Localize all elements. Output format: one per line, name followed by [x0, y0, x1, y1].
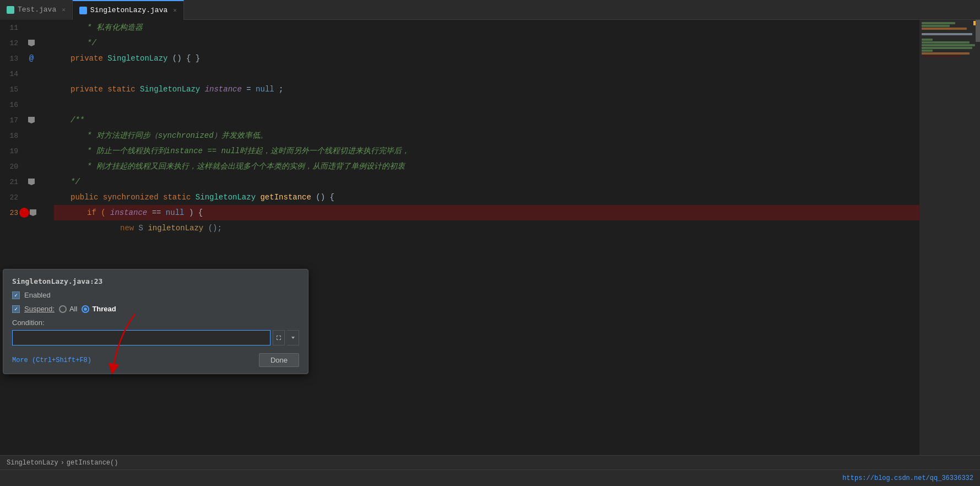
gutter-line-12: 12 — [0, 35, 50, 51]
condition-row — [12, 330, 299, 345]
breakpoint-dot-23[interactable] — [19, 208, 29, 218]
gutter-line-20: 20 — [0, 159, 50, 174]
code-line-12: */ — [54, 35, 919, 51]
bookmark-17 — [28, 117, 35, 123]
radio-thread[interactable]: Thread — [82, 305, 116, 313]
bookmark-23 — [30, 209, 36, 216]
tab-test-icon — [7, 6, 14, 14]
kw-private-13: private — [71, 54, 107, 63]
line-num-19: 19 — [0, 147, 25, 155]
breadcrumb-sep: › — [61, 459, 64, 467]
line-num-18: 18 — [0, 132, 25, 140]
radio-all[interactable]: All — [59, 305, 77, 313]
condition-expand-button[interactable] — [273, 330, 285, 345]
code-panel: 11 12 13 @ 14 — [0, 20, 980, 469]
radio-all-label: All — [69, 305, 77, 313]
radio-all-circle — [59, 305, 67, 313]
line-gutter: 11 12 13 @ 14 — [0, 20, 50, 469]
breadcrumb-getinstance: getInstance() — [67, 459, 118, 467]
at-marker-13: @ — [29, 55, 34, 62]
enabled-label: Enabled — [24, 291, 51, 299]
bookmark-12 — [28, 40, 35, 46]
tab-bar: Test.java ✕ SingletonLazy.java ✕ — [0, 0, 980, 20]
gutter-line-24 — [0, 220, 50, 236]
code-line-11: * 私有化构造器 — [54, 20, 919, 35]
code-line-23: if ( instance == null ) { — [54, 205, 919, 220]
suspend-checkbox[interactable] — [12, 305, 20, 313]
cn-singleton-13: SingletonLazy — [107, 54, 167, 63]
line-num-22: 22 — [0, 193, 25, 202]
gutter-icons-21 — [25, 179, 38, 185]
code-line-13: private SingletonLazy () { } — [54, 51, 919, 66]
minimap-content — [919, 20, 980, 60]
bookmark-21 — [28, 179, 35, 185]
line-num-14: 14 — [0, 70, 25, 78]
line-num-13: 13 — [0, 55, 25, 63]
code-line-after: new S ingletonLazy (); — [54, 220, 919, 236]
gutter-icons-23 — [25, 209, 38, 216]
minimap — [919, 20, 980, 469]
line-num-16: 16 — [0, 101, 25, 109]
condition-dropdown-button[interactable] — [287, 330, 299, 345]
condition-input[interactable] — [12, 330, 270, 345]
tab-singleton-icon — [79, 7, 87, 14]
gutter-line-14: 14 — [0, 66, 50, 82]
line-num-15: 15 — [0, 85, 25, 94]
expand-icon — [275, 334, 282, 341]
gutter-line-23: 23 — [0, 205, 50, 220]
gutter-line-15: 15 — [0, 82, 50, 97]
breadcrumb-bar: SingletonLazy › getInstance() — [0, 455, 980, 469]
gutter-line-16: 16 — [0, 97, 50, 112]
tab-test-java[interactable]: Test.java ✕ — [0, 0, 73, 20]
line-num-17: 17 — [0, 116, 25, 125]
popup-enabled-row: Enabled — [12, 291, 299, 299]
more-link[interactable]: More (Ctrl+Shift+F8) — [12, 357, 91, 364]
gutter-line-18: 18 — [0, 128, 50, 143]
scrollbar-thumb[interactable] — [976, 20, 980, 42]
breadcrumb-singleton: SingletonLazy — [7, 459, 58, 467]
tab-test-label: Test.java — [18, 6, 56, 14]
code-line-18: * 对方法进行同步（synchronized）并发效率低。 — [54, 128, 919, 143]
code-line-19: * 防止一个线程执行到instance == null时挂起，这时而另外一个线程… — [54, 143, 919, 159]
popup-title: SingletonLazy.java:23 — [12, 277, 299, 285]
tab-singleton-java[interactable]: SingletonLazy.java ✕ — [73, 0, 184, 20]
popup-suspend-row: Suspend: All Thread — [12, 305, 299, 313]
code-line-22: public synchronized static SingletonLazy… — [54, 190, 919, 205]
code-line-14 — [54, 66, 919, 82]
tab-singleton-label: SingletonLazy.java — [90, 6, 167, 14]
radio-thread-circle — [82, 305, 89, 313]
radio-group: All Thread — [59, 305, 116, 313]
code-text-12: */ — [87, 39, 96, 47]
gutter-line-17: 17 — [0, 112, 50, 128]
code-line-16 — [54, 97, 919, 112]
gutter-icons-17 — [25, 117, 38, 123]
code-line-21: */ — [54, 174, 919, 190]
code-text-11: * 私有化构造器 — [87, 23, 143, 32]
gutter-line-13: 13 @ — [0, 51, 50, 66]
line-num-21: 21 — [0, 178, 25, 186]
minimap-scrollbar[interactable] — [976, 20, 980, 469]
gutter-line-11: 11 — [0, 20, 50, 35]
gutter-icons-13: @ — [25, 55, 38, 62]
dropdown-icon — [290, 335, 296, 341]
plain-13: () { } — [172, 54, 200, 63]
gutter-line-22: 22 — [0, 190, 50, 205]
status-bar: https://blog.csdn.net/qq_36336332 — [0, 469, 980, 486]
line-num-12: 12 — [0, 39, 25, 47]
enabled-checkbox[interactable] — [12, 291, 20, 299]
code-line-20: * 刚才挂起的线程又回来执行，这样就会出现多个个本类的实例，从而违背了单例设计的… — [54, 159, 919, 174]
line-num-20: 20 — [0, 163, 25, 171]
tab-test-close[interactable]: ✕ — [62, 6, 66, 13]
gutter-line-21: 21 — [0, 174, 50, 190]
line-num-11: 11 — [0, 24, 25, 32]
condition-label: Condition: — [12, 318, 299, 327]
suspend-label: Suspend: — [24, 305, 55, 313]
gutter-line-19: 19 — [0, 143, 50, 159]
code-line-17: /** — [54, 112, 919, 128]
popup-footer: More (Ctrl+Shift+F8) Done — [12, 353, 299, 367]
gutter-icons-12 — [25, 40, 38, 46]
tab-singleton-close[interactable]: ✕ — [173, 7, 177, 14]
code-content: * 私有化构造器 */ private SingletonLazy () { } — [50, 20, 919, 469]
code-line-15: private static SingletonLazy instance = … — [54, 82, 919, 97]
done-button[interactable]: Done — [259, 353, 299, 367]
